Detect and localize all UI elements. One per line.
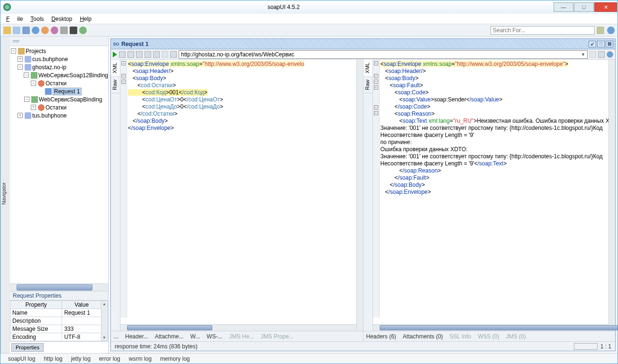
tree-item-selected[interactable]: Request 1: [53, 88, 82, 95]
tab-jms-headers[interactable]: JMS He...: [229, 333, 254, 340]
tree-item[interactable]: WebСервисSoapBinding: [39, 96, 102, 103]
tab-wsrm[interactable]: WS-...: [207, 333, 222, 340]
toolbar-icon[interactable]: [590, 51, 596, 58]
toolbar-icon[interactable]: [170, 51, 177, 58]
endpoint-combobox[interactable]: http://ghostaz.no-ip.org/facet/ws/WebСер…: [179, 50, 588, 59]
tree-item[interactable]: Остатки: [45, 104, 67, 111]
fold-gutter[interactable]: −−−: [120, 60, 127, 318]
props-scrollbar[interactable]: ▲▼: [101, 301, 108, 341]
tree-toggle[interactable]: −: [31, 81, 36, 86]
tree-item[interactable]: WebСервисSoap12Binding: [38, 72, 108, 79]
log-http[interactable]: http log: [44, 355, 62, 362]
properties-title: Request Properties: [10, 291, 108, 300]
search-input[interactable]: [491, 26, 595, 35]
response-editor[interactable]: −−−−−− <soap:Envelope xmlns:soap="http:/…: [373, 60, 609, 324]
tab-xml[interactable]: XML: [364, 60, 373, 77]
prop-value[interactable]: Request 1: [62, 309, 101, 317]
dropdown-icon[interactable]: ▼: [581, 52, 585, 57]
tree-toggle[interactable]: −: [18, 64, 23, 70]
toolbar-icon[interactable]: [153, 51, 160, 58]
tree-item[interactable]: tus.buhphone: [32, 112, 67, 119]
toolbar-forum-icon[interactable]: [32, 27, 39, 34]
tab-headers[interactable]: Header...: [125, 333, 148, 340]
toolbar-icon[interactable]: [598, 51, 605, 58]
toolbar-loadui-icon[interactable]: [70, 27, 77, 34]
log-wsrm[interactable]: wsrm log: [129, 355, 152, 362]
prop-value[interactable]: [62, 317, 101, 325]
tab-raw[interactable]: Raw: [364, 77, 373, 93]
tree-hscrollbar[interactable]: [10, 283, 108, 291]
navigator-tab[interactable]: Navigator: [0, 36, 10, 353]
tab-more[interactable]: ...: [114, 333, 118, 340]
properties-button[interactable]: Properties: [11, 343, 44, 352]
app-icon: [3, 3, 11, 11]
submit-button[interactable]: [113, 52, 117, 57]
tab-wss[interactable]: WSS (0): [478, 333, 499, 340]
prop-value[interactable]: 333: [62, 325, 101, 333]
prop-value[interactable]: UTF-8: [62, 333, 101, 341]
toolbar-icon[interactable]: [145, 51, 151, 58]
tree-toggle[interactable]: +: [18, 56, 23, 62]
interface-icon: [31, 72, 37, 79]
log-soapui[interactable]: soapUI log: [8, 355, 35, 362]
tree-toggle[interactable]: −: [24, 73, 29, 78]
log-error[interactable]: error log: [99, 355, 120, 362]
tree-toggle[interactable]: −: [24, 97, 29, 102]
menu-desktop[interactable]: Desktop: [47, 15, 76, 23]
request-hscrollbar[interactable]: [120, 324, 356, 331]
tree-item[interactable]: Остатки: [45, 80, 67, 87]
toolbar-save-icon[interactable]: [22, 27, 30, 34]
search-go-icon[interactable]: [597, 27, 604, 34]
tab-xml[interactable]: XML: [111, 60, 120, 77]
menu-tools[interactable]: Tools: [27, 15, 47, 23]
request-title: Request 1: [121, 41, 148, 47]
tree-toggle[interactable]: +: [31, 105, 36, 110]
tab-wsa[interactable]: W...: [190, 333, 200, 340]
help-icon[interactable]: [607, 51, 613, 58]
response-vscrollbar[interactable]: [609, 60, 615, 331]
tree-item[interactable]: cus.buhphone: [32, 56, 68, 63]
toolbar-icon[interactable]: [136, 51, 143, 58]
tab-attachments[interactable]: Attachments (0): [403, 333, 443, 340]
tree-item[interactable]: ghostaz.no-ip: [32, 64, 66, 71]
tree-toggle[interactable]: −: [11, 48, 16, 54]
minimize-button[interactable]: —: [554, 2, 573, 12]
tab-jms[interactable]: JMS (0): [506, 333, 526, 340]
add-assertion-icon[interactable]: [119, 51, 126, 58]
tab-headers[interactable]: Headers (6): [366, 333, 396, 340]
prop-key: Name: [10, 309, 62, 317]
request-toolbar: http://ghostaz.no-ip.org/facet/ws/WebСер…: [111, 49, 615, 60]
tab-jms-props[interactable]: JMS Prope...: [261, 333, 293, 340]
close-button[interactable]: ✕: [594, 2, 617, 12]
menu-help[interactable]: Help: [76, 15, 95, 23]
toolbar-tools-icon[interactable]: [60, 27, 68, 34]
request-max-icon[interactable]: □: [597, 41, 605, 47]
fold-gutter[interactable]: −−−−−−: [373, 60, 380, 318]
toolbar-import-icon[interactable]: [13, 27, 20, 34]
tree-toggle[interactable]: +: [18, 113, 23, 118]
request-titlebar[interactable]: SOAP Request 1 ↙ □ ⊠: [111, 39, 615, 49]
toolbar-prefs-icon[interactable]: [51, 27, 58, 34]
toolbar-trial-icon[interactable]: [41, 27, 49, 34]
tab-ssl[interactable]: SSL Info: [450, 333, 472, 340]
tab-attachments[interactable]: Attachme...: [155, 333, 184, 340]
request-min-icon[interactable]: ↙: [589, 41, 596, 47]
toolbar-pro-icon[interactable]: [79, 27, 87, 34]
ratio-label: 1 : 1: [600, 343, 611, 350]
log-memory[interactable]: memory log: [160, 355, 190, 362]
response-hscrollbar[interactable]: [373, 324, 609, 331]
project-tree[interactable]: −Projects +cus.buhphone −ghostaz.no-ip −…: [10, 46, 108, 283]
toolbar-new-icon[interactable]: [3, 27, 11, 34]
toolbar-icon[interactable]: [127, 51, 134, 58]
response-bottom-tabs: Headers (6) Attachments (0) SSL Info WSS…: [364, 331, 616, 341]
maximize-button[interactable]: □: [574, 2, 594, 12]
request-vscrollbar[interactable]: [356, 60, 363, 331]
request-editor[interactable]: −−− <soap:Envelope xmlns:soap="http://ww…: [120, 60, 356, 324]
request-close-icon[interactable]: ⊠: [606, 41, 613, 47]
log-jetty[interactable]: jetty log: [71, 355, 91, 362]
toolbar-icon[interactable]: [162, 51, 168, 58]
menu-file[interactable]: File: [2, 15, 27, 23]
project-icon: [25, 112, 31, 119]
help-icon[interactable]: [607, 27, 615, 34]
tab-raw[interactable]: Raw: [111, 77, 120, 93]
